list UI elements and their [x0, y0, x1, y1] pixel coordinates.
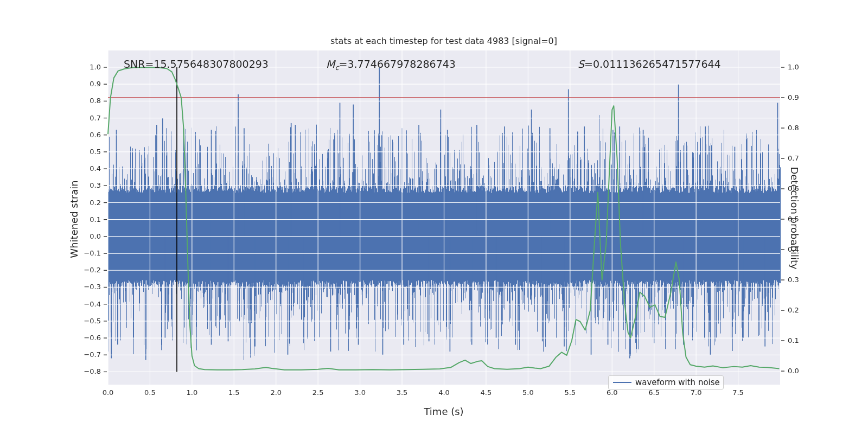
y-right-tick-label: 0.2: [788, 306, 799, 315]
y-left-tick-label: 0.6: [0, 131, 101, 139]
legend-label: waveform with noise: [635, 378, 720, 387]
x-tick-label: 3.0: [344, 388, 376, 397]
significance-symbol: S: [578, 58, 584, 70]
y-left-tick-label: −0.6: [0, 334, 101, 342]
legend-line-sample: [613, 382, 631, 383]
y-left-tick-label: 0.0: [0, 232, 101, 241]
y-left-tick-label: 0.2: [0, 199, 101, 207]
y-left-tick-label: −0.4: [0, 300, 101, 309]
y-left-tick-label: −0.2: [0, 266, 101, 275]
x-tick-label: 2.5: [302, 388, 334, 397]
x-tick-label: 0.0: [92, 388, 124, 397]
y-left-tick-label: 1.0: [0, 63, 101, 72]
chirp-mass-symbol: M: [326, 58, 335, 70]
y-left-tick-label: 0.7: [0, 114, 101, 123]
x-tick-label: 3.5: [386, 388, 418, 397]
x-tick-label: 4.5: [470, 388, 502, 397]
x-tick-label: 7.5: [722, 388, 755, 397]
chirp-mass-value: =3.774667978286743: [339, 58, 456, 70]
y-left-tick-label: −0.7: [0, 350, 101, 359]
annotation-chirp-mass: Mc=3.774667978286743: [326, 58, 456, 72]
figure: stats at each timestep for test data 498…: [0, 0, 868, 434]
significance-value: =0.011136265471577644: [584, 58, 721, 70]
y-right-tick-label: 1.0: [788, 63, 799, 72]
y-left-tick-label: 0.8: [0, 97, 101, 105]
y-right-tick-label: 0.0: [788, 367, 799, 375]
y-right-tick-label: 0.7: [788, 154, 799, 163]
y-left-tick-label: −0.8: [0, 367, 101, 376]
y-left-tick-label: 0.4: [0, 164, 101, 173]
legend: waveform with noise: [608, 375, 724, 390]
y-right-tick-label: 0.9: [788, 93, 799, 102]
y-left-tick-label: −0.5: [0, 317, 101, 326]
x-tick-label: 7.0: [680, 388, 712, 397]
y-right-tick-label: 0.3: [788, 276, 799, 284]
x-tick-label: 2.0: [260, 388, 292, 397]
y-left-tick-label: −0.3: [0, 283, 101, 291]
y-right-tick-label: 0.5: [788, 215, 799, 224]
x-tick-label: 0.5: [133, 388, 166, 397]
y-left-tick-label: 0.5: [0, 148, 101, 156]
x-axis-label: Time (s): [424, 406, 463, 417]
y-right-tick-label: 0.4: [788, 245, 799, 254]
y-left-tick-label: 0.3: [0, 181, 101, 190]
x-tick-label: 5.0: [512, 388, 544, 397]
y-left-tick-label: 0.9: [0, 80, 101, 88]
x-tick-label: 5.5: [554, 388, 586, 397]
x-tick-label: 4.0: [428, 388, 461, 397]
y-right-tick-label: 0.8: [788, 124, 799, 132]
chirp-mass-subscript: c: [335, 63, 339, 72]
x-tick-label: 1.0: [176, 388, 208, 397]
y-right-tick-label: 0.6: [788, 184, 799, 193]
annotation-snr: SNR=15.575648307800293: [124, 58, 269, 70]
y-left-tick-label: −0.1: [0, 249, 101, 258]
y-right-tick-label: 0.1: [788, 336, 799, 345]
x-tick-label: 6.5: [638, 388, 671, 397]
chart-title: stats at each timestep for test data 498…: [330, 36, 557, 46]
annotation-significance: S=0.011136265471577644: [578, 58, 721, 70]
x-tick-label: 1.5: [218, 388, 250, 397]
x-tick-label: 6.0: [596, 388, 628, 397]
y-left-tick-label: 0.1: [0, 215, 101, 224]
